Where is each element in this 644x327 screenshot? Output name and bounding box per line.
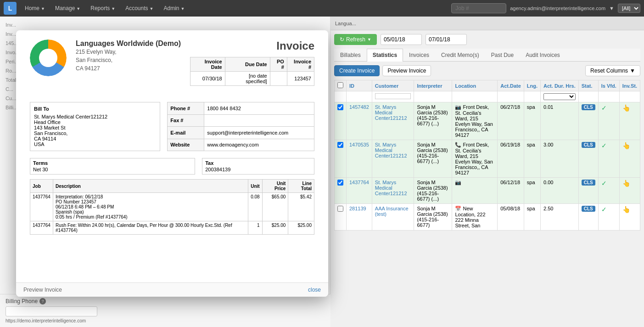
user-menu-icon[interactable]: ▼ [609,6,614,11]
top-bar: L Home▼ Manage▼ Reports▼ Accounts▼ Admin… [0,0,644,17]
nav-admin[interactable]: Admin▼ [159,3,189,13]
user-email: agency.admin@interpreterintelligence.com [510,6,605,11]
language-select[interactable]: [All] [618,4,640,13]
nav-reports[interactable]: Reports▼ [86,3,120,13]
nav-home[interactable]: Home▼ [20,3,50,13]
nav-accounts[interactable]: Accounts▼ [121,3,158,13]
lang-tab-label: Langua... [335,21,356,26]
app-logo: L [4,2,17,15]
sidebar-inv-label: Inv... [6,20,325,29]
left-sidebar: Inv... Inv... 145... Invo... Peri... Ro.… [0,17,330,29]
job-search-input[interactable] [451,3,506,13]
right-panel: Langua... ↻ Refresh ▼ Billables Statisti… [330,17,644,29]
main-nav: Home▼ Manage▼ Reports▼ Accounts▼ Admin▼ [20,3,448,13]
nav-manage[interactable]: Manage▼ [50,3,85,13]
right-top-bar: Langua... [330,17,644,29]
